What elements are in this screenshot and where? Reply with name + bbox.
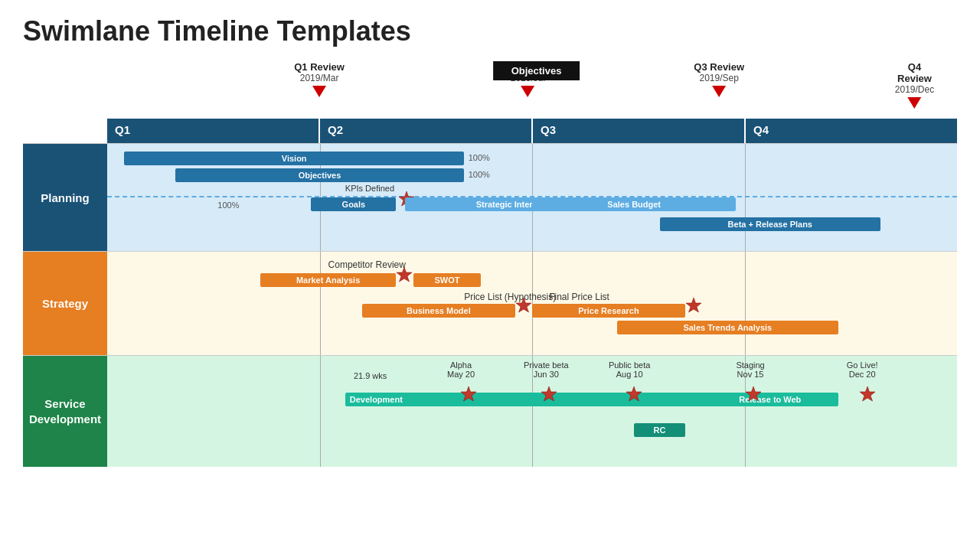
strategy-q1-vline [320, 252, 321, 355]
private-beta-star [541, 386, 557, 406]
q1-review-date: 2019/Mar [294, 73, 345, 83]
q1-review-arrow [312, 86, 326, 97]
q1-review-milestone: Q1 Review 2019/Mar [294, 61, 345, 97]
competitor-review-label: Competitor Review [328, 259, 406, 270]
vision-pct: 100% [469, 153, 490, 162]
strategy-label: Strategy [23, 252, 107, 355]
private-beta-label: Private betaJun 30 [524, 360, 569, 379]
service-content: 21.9 wks AlphaMay 20 Private betaJun 30 … [107, 356, 957, 467]
goals-bar: Goals [311, 197, 396, 211]
public-beta-label: Public betaAug 10 [609, 360, 650, 379]
public-beta-star [626, 386, 642, 406]
staging-star [745, 386, 762, 406]
planning-swimlane: Planning Vision 100% Objectives 100% [23, 143, 957, 251]
page: Swimlane Timeline Templates Objectives Q… [0, 0, 980, 482]
q3-review-arrow [712, 86, 726, 97]
swot-bar: SWOT [413, 273, 482, 287]
service-q1-vline [320, 356, 321, 467]
q3-review-milestone: Q3 Review 2019/Sep [694, 61, 744, 97]
q3-vline [745, 144, 746, 251]
q3-review-label: Q3 Review [694, 61, 744, 73]
vision-bar: Vision [124, 152, 464, 165]
sales-trends-bar: Sales Trends Analysis [617, 321, 838, 334]
alpha-label: AlphaMay 20 [447, 360, 475, 379]
price-research-bar: Price Research [532, 304, 685, 318]
goals-pct-label: 100% [217, 201, 239, 210]
strategy-swimlane: Strategy Competitor Review Market Analys… [23, 251, 957, 355]
quarter-q2: Q2 [320, 119, 533, 143]
beta-release-bar: Beta + Release Plans [660, 217, 881, 231]
svg-marker-2 [516, 298, 531, 312]
business-star [515, 297, 532, 317]
development-bar: Development [345, 393, 719, 406]
service-label: ServiceDevelopment [23, 356, 107, 467]
q4-review-label: Q4 Review [893, 61, 936, 84]
q4-review-arrow [908, 97, 922, 109]
svg-marker-5 [541, 386, 557, 401]
svg-marker-7 [746, 386, 761, 401]
q3-review-date: 2019/Sep [694, 73, 744, 83]
quarter-q4: Q4 [746, 119, 957, 143]
objectives-box: Objectives [493, 61, 580, 80]
svg-marker-3 [686, 298, 701, 312]
golive-label: Go Live!Dec 20 [847, 360, 878, 379]
sales-budget-bar: Sales Budget [532, 197, 736, 211]
svg-marker-4 [461, 386, 476, 401]
quarter-header: Q1 Q2 Q3 Q4 [107, 119, 957, 143]
swimlanes-container: Planning Vision 100% Objectives 100% [23, 143, 957, 467]
price-list-hyp-label: Price List (Hypothesis) [464, 292, 556, 302]
objectives-pct: 100% [469, 170, 490, 179]
market-analysis-bar: Market Analysis [260, 273, 397, 287]
strategy-q3-vline [745, 252, 746, 355]
q4-review-milestone: Q4 Review 2019/Dec [893, 61, 936, 109]
alpha-star [460, 386, 477, 406]
q2-review-arrow [521, 86, 534, 97]
planning-label: Planning [23, 144, 107, 251]
staging-label: StagingNov 15 [736, 360, 764, 379]
final-price-label: Final Price List [549, 292, 609, 302]
q4-review-date: 2019/Dec [893, 84, 936, 95]
quarter-q3: Q3 [533, 119, 746, 143]
q1-review-label: Q1 Review [294, 61, 345, 73]
market-star [396, 266, 413, 286]
page-title: Swimlane Timeline Templates [23, 15, 957, 47]
business-model-bar: Business Model [362, 304, 515, 318]
objectives-bar: Objectives [175, 168, 464, 182]
svg-marker-8 [860, 386, 875, 401]
price-research-star [685, 297, 702, 317]
wks-label: 21.9 wks [354, 371, 387, 380]
service-swimlane: ServiceDevelopment 21.9 wks AlphaMay 20 … [23, 355, 957, 467]
planning-content: Vision 100% Objectives 100% KPIs Defined… [107, 144, 957, 251]
strategy-content: Competitor Review Market Analysis SWOT P… [107, 252, 957, 355]
kpis-label: KPIs Defined [345, 184, 394, 193]
svg-marker-1 [397, 267, 412, 282]
svg-marker-6 [626, 386, 642, 401]
golive-star [859, 386, 876, 406]
quarter-q1: Q1 [107, 119, 320, 143]
release-to-web-bar: Release to Web [702, 393, 838, 406]
rc-bar: RC [634, 423, 685, 437]
